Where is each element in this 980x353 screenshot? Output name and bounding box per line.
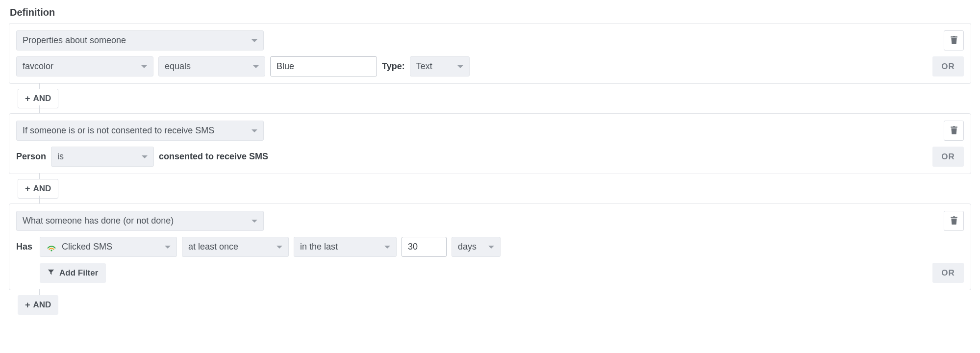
chevron-down-icon xyxy=(384,246,390,249)
timeframe-select[interactable]: in the last xyxy=(294,237,397,257)
and-button[interactable]: + AND xyxy=(18,89,58,108)
or-button[interactable]: OR xyxy=(932,147,964,167)
and-button[interactable]: + AND xyxy=(18,295,58,315)
frequency-select[interactable]: at least once xyxy=(182,237,289,257)
filter-icon xyxy=(48,268,54,278)
and-label: AND xyxy=(33,184,51,194)
value-type-value: Text xyxy=(416,61,432,72)
chevron-down-icon xyxy=(141,65,147,68)
type-label: Type: xyxy=(382,61,405,72)
plus-icon: + xyxy=(25,184,30,193)
condition-group: If someone is or is not consented to rec… xyxy=(9,113,971,174)
and-connector: + AND xyxy=(28,84,971,113)
delete-group-button[interactable] xyxy=(944,30,964,50)
event-value: Clicked SMS xyxy=(62,242,112,252)
frequency-value: at least once xyxy=(188,242,238,252)
person-label: Person xyxy=(16,151,46,162)
chevron-down-icon xyxy=(457,65,463,68)
trash-icon xyxy=(950,126,958,136)
chevron-down-icon xyxy=(251,39,257,42)
delete-group-button[interactable] xyxy=(944,211,964,231)
property-select[interactable]: favcolor xyxy=(16,56,153,76)
value-input[interactable] xyxy=(270,56,377,76)
and-button[interactable]: + AND xyxy=(18,179,58,199)
section-title: Definition xyxy=(10,7,971,18)
operator-select[interactable]: equals xyxy=(158,56,265,76)
plus-icon: + xyxy=(25,301,30,309)
and-label: AND xyxy=(33,94,51,103)
chevron-down-icon xyxy=(251,220,257,223)
operator-value: equals xyxy=(165,61,191,72)
condition-type-select[interactable]: What someone has done (or not done) xyxy=(16,211,264,231)
event-source-icon xyxy=(46,242,57,252)
condition-group: What someone has done (or not done) Has xyxy=(9,203,971,290)
or-button[interactable]: OR xyxy=(932,56,964,76)
is-isnot-select[interactable]: is xyxy=(51,147,154,167)
delete-group-button[interactable] xyxy=(944,121,964,141)
chevron-down-icon xyxy=(251,129,257,132)
condition-type-value: If someone is or is not consented to rec… xyxy=(23,126,214,136)
property-value: favcolor xyxy=(23,61,53,72)
add-filter-button[interactable]: Add Filter xyxy=(40,263,106,283)
trash-icon xyxy=(950,35,958,46)
has-label: Has xyxy=(16,242,35,252)
chevron-down-icon xyxy=(253,65,259,68)
plus-icon: + xyxy=(25,94,30,103)
is-isnot-value: is xyxy=(57,151,64,162)
timeframe-number-input[interactable] xyxy=(402,237,447,257)
chevron-down-icon xyxy=(488,246,494,249)
or-button[interactable]: OR xyxy=(932,263,964,283)
chevron-down-icon xyxy=(276,246,282,249)
condition-type-value: What someone has done (or not done) xyxy=(23,216,174,226)
trash-icon xyxy=(950,216,958,226)
chevron-down-icon xyxy=(142,155,148,158)
condition-group: Properties about someone favcolor equals… xyxy=(9,23,971,84)
definition-builder: Definition Properties about someone favc… xyxy=(0,0,980,339)
condition-type-select[interactable]: If someone is or is not consented to rec… xyxy=(16,121,264,141)
and-connector: + AND xyxy=(28,174,971,203)
consent-suffix-label: consented to receive SMS xyxy=(159,151,268,162)
event-select[interactable]: Clicked SMS xyxy=(40,237,177,257)
and-connector: + AND xyxy=(28,290,971,320)
condition-type-value: Properties about someone xyxy=(23,35,126,46)
condition-type-select[interactable]: Properties about someone xyxy=(16,30,264,50)
add-filter-label: Add Filter xyxy=(59,268,98,278)
timeframe-unit-value: days xyxy=(458,242,477,252)
svg-point-0 xyxy=(50,250,52,251)
value-type-select[interactable]: Text xyxy=(410,56,470,76)
chevron-down-icon xyxy=(165,246,171,249)
timeframe-unit-select[interactable]: days xyxy=(452,237,501,257)
timeframe-value: in the last xyxy=(300,242,338,252)
and-label: AND xyxy=(33,300,51,310)
